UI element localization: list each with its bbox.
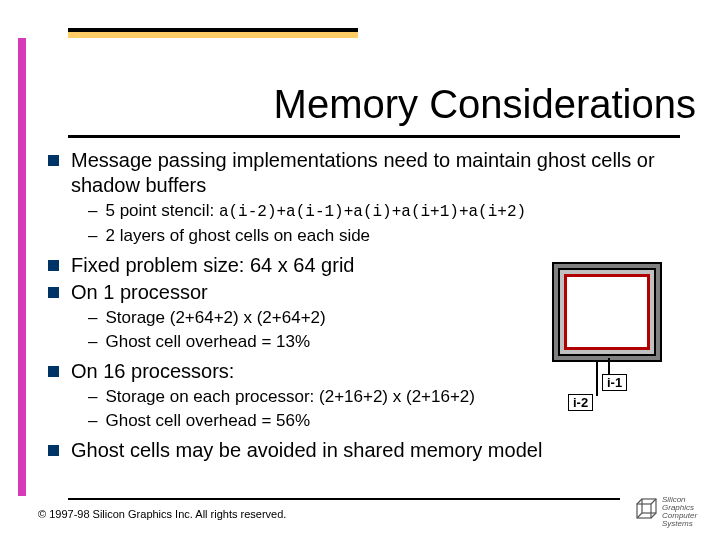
sub-bullet: – Ghost cell overhead = 56% (88, 410, 702, 432)
square-bullet-icon (48, 366, 59, 377)
dash-icon: – (88, 307, 97, 329)
sub-text: Storage (2+64+2) x (2+64+2) (105, 307, 325, 329)
sub-text: 5 point stencil: a(i-2)+a(i-1)+a(i)+a(i+… (105, 200, 526, 223)
svg-line-2 (637, 499, 642, 504)
sgi-cube-icon (634, 496, 660, 522)
square-bullet-icon (48, 287, 59, 298)
sgi-logo: Silicon Graphics Computer Systems (632, 494, 702, 526)
bullet-text: Ghost cells may be avoided in shared mem… (71, 438, 542, 463)
label-i-minus-1: i-1 (602, 374, 627, 391)
bullet-text: Message passing implementations need to … (71, 148, 702, 198)
sub-text: Ghost cell overhead = 56% (105, 410, 310, 432)
dash-icon: – (88, 331, 97, 353)
footer-rule (68, 498, 620, 500)
bullet-1: Message passing implementations need to … (48, 148, 702, 198)
sub-prefix: 5 point stencil: (105, 201, 218, 220)
code-span: a(i-2)+a(i-1)+a(i)+a(i+1)+a(i+2) (219, 203, 526, 221)
square-bullet-icon (48, 260, 59, 271)
copyright-text: © 1997-98 Silicon Graphics Inc. All righ… (38, 508, 286, 520)
ghost-cell-diagram: i-1 i-2 (552, 262, 672, 402)
square-bullet-icon (48, 155, 59, 166)
svg-line-4 (637, 513, 642, 518)
top-accent-bar (68, 28, 358, 38)
logo-line1: Silicon Graphics (662, 495, 694, 512)
logo-line2: Computer Systems (662, 511, 697, 528)
sub-bullet: – 5 point stencil: a(i-2)+a(i-1)+a(i)+a(… (88, 200, 702, 223)
bullet-text: On 16 processors: (71, 359, 234, 384)
bullet-text: Fixed problem size: 64 x 64 grid (71, 253, 354, 278)
title-underline (68, 135, 680, 138)
dash-icon: – (88, 410, 97, 432)
leader-line (596, 362, 598, 396)
sub-text: Ghost cell overhead = 13% (105, 331, 310, 353)
dash-icon: – (88, 225, 97, 247)
svg-line-3 (651, 499, 656, 504)
dash-icon: – (88, 386, 97, 408)
slide-title: Memory Considerations (0, 82, 708, 127)
compute-region (564, 274, 650, 350)
sub-bullet: – 2 layers of ghost cells on each side (88, 225, 702, 247)
sub-text: Storage on each processor: (2+16+2) x (2… (105, 386, 475, 408)
svg-line-5 (651, 513, 656, 518)
bullet-text: On 1 processor (71, 280, 208, 305)
square-bullet-icon (48, 445, 59, 456)
bullet-5: Ghost cells may be avoided in shared mem… (48, 438, 702, 463)
logo-text: Silicon Graphics Computer Systems (662, 496, 702, 528)
dash-icon: – (88, 200, 97, 222)
label-i-minus-2: i-2 (568, 394, 593, 411)
sub-text: 2 layers of ghost cells on each side (105, 225, 370, 247)
bullet-1-subs: – 5 point stencil: a(i-2)+a(i-1)+a(i)+a(… (88, 200, 702, 247)
